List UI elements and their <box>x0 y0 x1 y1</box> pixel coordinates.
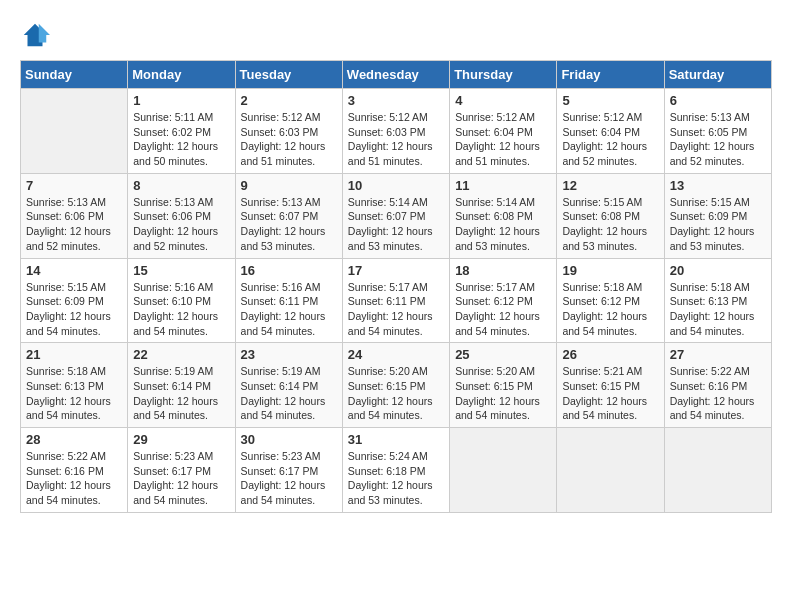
header-row: SundayMondayTuesdayWednesdayThursdayFrid… <box>21 61 772 89</box>
week-row-5: 28 Sunrise: 5:22 AMSunset: 6:16 PMDaylig… <box>21 428 772 513</box>
day-cell: 26 Sunrise: 5:21 AMSunset: 6:15 PMDaylig… <box>557 343 664 428</box>
day-number: 10 <box>348 178 444 193</box>
day-number: 30 <box>241 432 337 447</box>
calendar-body: 1 Sunrise: 5:11 AMSunset: 6:02 PMDayligh… <box>21 89 772 513</box>
calendar-header: SundayMondayTuesdayWednesdayThursdayFrid… <box>21 61 772 89</box>
day-number: 25 <box>455 347 551 362</box>
logo <box>20 20 54 50</box>
week-row-2: 7 Sunrise: 5:13 AMSunset: 6:06 PMDayligh… <box>21 173 772 258</box>
day-info: Sunrise: 5:18 AMSunset: 6:13 PMDaylight:… <box>26 365 111 421</box>
svg-marker-1 <box>39 24 50 43</box>
day-info: Sunrise: 5:16 AMSunset: 6:10 PMDaylight:… <box>133 281 218 337</box>
day-info: Sunrise: 5:20 AMSunset: 6:15 PMDaylight:… <box>348 365 433 421</box>
column-header-tuesday: Tuesday <box>235 61 342 89</box>
day-info: Sunrise: 5:15 AMSunset: 6:09 PMDaylight:… <box>670 196 755 252</box>
day-info: Sunrise: 5:24 AMSunset: 6:18 PMDaylight:… <box>348 450 433 506</box>
day-info: Sunrise: 5:15 AMSunset: 6:09 PMDaylight:… <box>26 281 111 337</box>
day-info: Sunrise: 5:13 AMSunset: 6:06 PMDaylight:… <box>133 196 218 252</box>
day-info: Sunrise: 5:14 AMSunset: 6:07 PMDaylight:… <box>348 196 433 252</box>
day-number: 23 <box>241 347 337 362</box>
day-cell: 24 Sunrise: 5:20 AMSunset: 6:15 PMDaylig… <box>342 343 449 428</box>
week-row-3: 14 Sunrise: 5:15 AMSunset: 6:09 PMDaylig… <box>21 258 772 343</box>
day-cell: 31 Sunrise: 5:24 AMSunset: 6:18 PMDaylig… <box>342 428 449 513</box>
day-info: Sunrise: 5:17 AMSunset: 6:11 PMDaylight:… <box>348 281 433 337</box>
column-header-saturday: Saturday <box>664 61 771 89</box>
day-info: Sunrise: 5:22 AMSunset: 6:16 PMDaylight:… <box>670 365 755 421</box>
day-cell: 22 Sunrise: 5:19 AMSunset: 6:14 PMDaylig… <box>128 343 235 428</box>
day-number: 13 <box>670 178 766 193</box>
day-cell: 30 Sunrise: 5:23 AMSunset: 6:17 PMDaylig… <box>235 428 342 513</box>
day-info: Sunrise: 5:11 AMSunset: 6:02 PMDaylight:… <box>133 111 218 167</box>
day-cell: 13 Sunrise: 5:15 AMSunset: 6:09 PMDaylig… <box>664 173 771 258</box>
day-cell: 25 Sunrise: 5:20 AMSunset: 6:15 PMDaylig… <box>450 343 557 428</box>
day-number: 1 <box>133 93 229 108</box>
day-cell: 1 Sunrise: 5:11 AMSunset: 6:02 PMDayligh… <box>128 89 235 174</box>
day-cell <box>557 428 664 513</box>
day-cell: 15 Sunrise: 5:16 AMSunset: 6:10 PMDaylig… <box>128 258 235 343</box>
day-info: Sunrise: 5:20 AMSunset: 6:15 PMDaylight:… <box>455 365 540 421</box>
day-info: Sunrise: 5:12 AMSunset: 6:04 PMDaylight:… <box>455 111 540 167</box>
day-info: Sunrise: 5:17 AMSunset: 6:12 PMDaylight:… <box>455 281 540 337</box>
column-header-monday: Monday <box>128 61 235 89</box>
day-info: Sunrise: 5:22 AMSunset: 6:16 PMDaylight:… <box>26 450 111 506</box>
logo-icon <box>20 20 50 50</box>
day-cell: 12 Sunrise: 5:15 AMSunset: 6:08 PMDaylig… <box>557 173 664 258</box>
day-info: Sunrise: 5:21 AMSunset: 6:15 PMDaylight:… <box>562 365 647 421</box>
day-number: 17 <box>348 263 444 278</box>
day-number: 27 <box>670 347 766 362</box>
column-header-sunday: Sunday <box>21 61 128 89</box>
day-info: Sunrise: 5:13 AMSunset: 6:05 PMDaylight:… <box>670 111 755 167</box>
day-info: Sunrise: 5:12 AMSunset: 6:03 PMDaylight:… <box>348 111 433 167</box>
day-number: 12 <box>562 178 658 193</box>
day-number: 14 <box>26 263 122 278</box>
day-number: 7 <box>26 178 122 193</box>
day-info: Sunrise: 5:19 AMSunset: 6:14 PMDaylight:… <box>241 365 326 421</box>
day-cell: 7 Sunrise: 5:13 AMSunset: 6:06 PMDayligh… <box>21 173 128 258</box>
day-number: 9 <box>241 178 337 193</box>
week-row-1: 1 Sunrise: 5:11 AMSunset: 6:02 PMDayligh… <box>21 89 772 174</box>
day-cell <box>664 428 771 513</box>
day-cell: 29 Sunrise: 5:23 AMSunset: 6:17 PMDaylig… <box>128 428 235 513</box>
day-cell: 11 Sunrise: 5:14 AMSunset: 6:08 PMDaylig… <box>450 173 557 258</box>
day-cell: 10 Sunrise: 5:14 AMSunset: 6:07 PMDaylig… <box>342 173 449 258</box>
day-number: 21 <box>26 347 122 362</box>
calendar-table: SundayMondayTuesdayWednesdayThursdayFrid… <box>20 60 772 513</box>
day-info: Sunrise: 5:15 AMSunset: 6:08 PMDaylight:… <box>562 196 647 252</box>
page-header <box>20 20 772 50</box>
day-number: 11 <box>455 178 551 193</box>
day-cell: 8 Sunrise: 5:13 AMSunset: 6:06 PMDayligh… <box>128 173 235 258</box>
day-number: 31 <box>348 432 444 447</box>
day-cell: 19 Sunrise: 5:18 AMSunset: 6:12 PMDaylig… <box>557 258 664 343</box>
day-number: 16 <box>241 263 337 278</box>
day-info: Sunrise: 5:16 AMSunset: 6:11 PMDaylight:… <box>241 281 326 337</box>
day-number: 18 <box>455 263 551 278</box>
day-info: Sunrise: 5:23 AMSunset: 6:17 PMDaylight:… <box>241 450 326 506</box>
day-info: Sunrise: 5:13 AMSunset: 6:07 PMDaylight:… <box>241 196 326 252</box>
day-number: 28 <box>26 432 122 447</box>
day-cell: 3 Sunrise: 5:12 AMSunset: 6:03 PMDayligh… <box>342 89 449 174</box>
day-cell <box>450 428 557 513</box>
day-number: 2 <box>241 93 337 108</box>
column-header-wednesday: Wednesday <box>342 61 449 89</box>
day-cell: 6 Sunrise: 5:13 AMSunset: 6:05 PMDayligh… <box>664 89 771 174</box>
day-number: 4 <box>455 93 551 108</box>
column-header-friday: Friday <box>557 61 664 89</box>
day-cell: 2 Sunrise: 5:12 AMSunset: 6:03 PMDayligh… <box>235 89 342 174</box>
week-row-4: 21 Sunrise: 5:18 AMSunset: 6:13 PMDaylig… <box>21 343 772 428</box>
day-cell: 20 Sunrise: 5:18 AMSunset: 6:13 PMDaylig… <box>664 258 771 343</box>
day-number: 29 <box>133 432 229 447</box>
day-cell: 5 Sunrise: 5:12 AMSunset: 6:04 PMDayligh… <box>557 89 664 174</box>
day-info: Sunrise: 5:12 AMSunset: 6:03 PMDaylight:… <box>241 111 326 167</box>
day-cell: 27 Sunrise: 5:22 AMSunset: 6:16 PMDaylig… <box>664 343 771 428</box>
day-cell: 21 Sunrise: 5:18 AMSunset: 6:13 PMDaylig… <box>21 343 128 428</box>
day-number: 15 <box>133 263 229 278</box>
day-number: 5 <box>562 93 658 108</box>
day-info: Sunrise: 5:14 AMSunset: 6:08 PMDaylight:… <box>455 196 540 252</box>
day-number: 20 <box>670 263 766 278</box>
day-info: Sunrise: 5:18 AMSunset: 6:12 PMDaylight:… <box>562 281 647 337</box>
day-cell <box>21 89 128 174</box>
day-info: Sunrise: 5:13 AMSunset: 6:06 PMDaylight:… <box>26 196 111 252</box>
day-cell: 4 Sunrise: 5:12 AMSunset: 6:04 PMDayligh… <box>450 89 557 174</box>
day-number: 6 <box>670 93 766 108</box>
day-cell: 14 Sunrise: 5:15 AMSunset: 6:09 PMDaylig… <box>21 258 128 343</box>
